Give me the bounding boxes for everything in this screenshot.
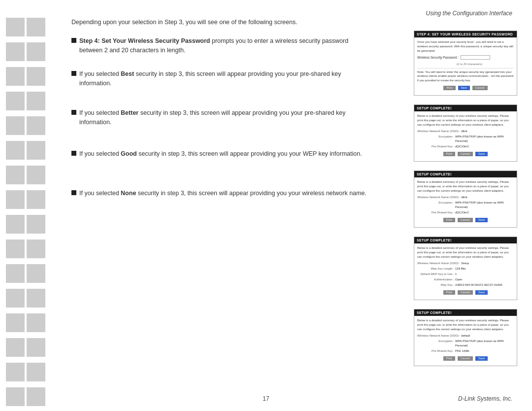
dialog-step4-input[interactable] — [461, 55, 490, 60]
dialog-none-print-button[interactable]: Print — [443, 356, 455, 361]
sidebar-sq — [27, 240, 45, 258]
bullet-square — [71, 71, 76, 76]
sidebar-sq — [27, 166, 45, 184]
dialog-step4-note: Note: You will need to enter the unique … — [417, 68, 514, 82]
dialog-none-buttons: Print Cancel Save — [417, 354, 514, 363]
good-bold: Good — [121, 150, 137, 157]
dialog-good-value-4: Open — [455, 277, 514, 282]
dialog-step4-text: Once you have selected your security lev… — [417, 40, 514, 53]
section-text-step4: Step 4: Set Your Wireless Security Passw… — [79, 36, 367, 56]
dialog-good-row-1: Wireless Network Name (SSID) : Setup — [417, 261, 514, 266]
dialog-step4-buttons: Prev Next Cancel — [417, 84, 514, 93]
dialog-none-label-1: Wireless Network Name (SSID) : — [417, 334, 460, 338]
sidebar-sq — [27, 190, 45, 209]
dialog-best-label-1: Wireless Network Name (SSID) : — [417, 129, 460, 134]
section-good: If you selected Good security in step 3,… — [71, 149, 367, 159]
sidebar-sq — [6, 215, 25, 234]
dialog-step4-field-label: Wireless Security Password : — [417, 55, 459, 60]
dialog-step4-header: STEP 4: SET YOUR WIRELESS SECURITY PASSW… — [414, 31, 517, 37]
sidebar-sq — [6, 141, 25, 160]
section-step4: Step 4: Set Your Wireless Security Passw… — [71, 36, 367, 56]
dialog-better-header: SETUP COMPLETE! — [414, 171, 517, 177]
sidebar-sq — [27, 313, 45, 332]
sidebar-sq — [6, 18, 25, 36]
dialog-good-label-2: Wep Key Length : — [417, 267, 454, 271]
sidebar-sq — [27, 289, 45, 308]
dialog-best-row-2: Encryption : WPA-PSK/TKIP (also known as… — [417, 135, 514, 143]
dialog-good-label-5: Wep Key : — [417, 283, 454, 287]
sidebar-sq — [27, 215, 45, 234]
dialog-best-cancel-button[interactable]: Cancel — [458, 152, 473, 156]
section-better: If you selected Better security in step … — [71, 108, 367, 128]
sidebar-sq — [6, 387, 25, 406]
right-panel: STEP 4: SET YOUR WIRELESS SECURITY PASSW… — [414, 31, 517, 366]
dialog-none-cancel-button[interactable]: Cancel — [458, 356, 473, 361]
dialog-better-row-1: Wireless Network Name (SSID) : dlink — [417, 195, 514, 200]
dialog-better-text: Below is a detailed summary of your wire… — [417, 180, 514, 193]
sidebar-sq — [27, 264, 45, 283]
dialog-good-print-button[interactable]: Print — [443, 290, 455, 295]
dialog-better-value-2: WPA-PSK/TKIP (also known as WPA Personal… — [455, 201, 514, 209]
dialog-best-value-1: dlink — [461, 129, 514, 134]
dialog-step4-hint: (2 to 20 characters) — [457, 62, 514, 67]
section-best: If you selected Best security in step 3,… — [71, 69, 367, 89]
page-header: Using the Configuration Interface — [426, 10, 512, 17]
better-bold: Better — [121, 109, 138, 116]
sidebar-sq — [27, 338, 45, 357]
dialog-step4-cancel-button[interactable]: Cancel — [472, 86, 488, 90]
bullet-best — [71, 70, 79, 77]
sidebar-sq — [27, 92, 45, 110]
dialog-good-cancel-button[interactable]: Cancel — [458, 290, 473, 295]
sidebar-sq — [27, 363, 45, 381]
dialog-step4-next-button[interactable]: Next — [458, 86, 470, 90]
dialog-step4-field-row: Wireless Security Password : — [417, 55, 514, 60]
sidebar-sq — [27, 116, 45, 135]
dialog-good-value-3: 1 — [455, 272, 514, 276]
dialog-none-row-3: Pre-Shared Key : PKE 1/b9b — [417, 349, 514, 353]
dialog-good-save-button[interactable]: Save — [475, 290, 488, 295]
sidebar-sq — [6, 166, 25, 184]
dialog-good-label-4: Authentication : — [417, 277, 454, 282]
dialog-best-save-button[interactable]: Save — [475, 152, 488, 156]
header-title: Using the Configuration Interface — [426, 10, 512, 17]
dialog-good: SETUP COMPLETE! Below is a detailed summ… — [414, 237, 517, 300]
main-content: Depending upon your selection in Step 3,… — [71, 19, 367, 212]
section-text-none: If you selected None security in step 3,… — [79, 189, 367, 198]
dialog-best-row-3: Pre-Shared Key : dQC23nrC — [417, 144, 514, 149]
intro-text: Depending upon your selection in Step 3,… — [71, 19, 367, 26]
dialog-none-body: Below is a detailed summary of your wire… — [414, 316, 517, 366]
dialog-good-value-2: 128 Bits — [455, 267, 514, 271]
sidebar-sq — [6, 240, 25, 258]
best-bold: Best — [121, 70, 134, 77]
sidebar-sq — [6, 67, 25, 86]
bullet-square — [71, 151, 76, 156]
page-number: 17 — [263, 395, 269, 402]
bullet-good — [71, 150, 79, 157]
sidebar-sq — [6, 92, 25, 110]
dialog-best-print-button[interactable]: Print — [443, 152, 455, 156]
dialog-better: SETUP COMPLETE! Below is a detailed summ… — [414, 171, 517, 228]
dialog-none-save-button[interactable]: Save — [475, 356, 488, 361]
sidebar-sq — [6, 42, 25, 61]
sidebar-sq — [27, 18, 45, 36]
dialog-better-buttons: Print Cancel Save — [417, 216, 514, 225]
dialog-none-label-2: Encryption : — [417, 339, 454, 343]
dialog-none-row-2: Encryption : WPA-PSK/TKIP (also known as… — [417, 339, 514, 348]
sidebar-sq — [27, 42, 45, 61]
dialog-best-row-1: Wireless Network Name (SSID) : dlink — [417, 129, 514, 134]
company-name: D-Link Systems, Inc. — [458, 395, 512, 402]
dialog-none-row-1: Wireless Network Name (SSID) : default — [417, 334, 514, 338]
dialog-better-print-button[interactable]: Print — [443, 218, 455, 222]
sidebar-sq — [27, 387, 45, 406]
sidebar-sq — [6, 313, 25, 332]
dialog-better-value-3: dQC23nrC — [455, 210, 514, 215]
step4-bold: Step 4: Set Your Wireless Security Passw… — [79, 37, 210, 44]
dialog-better-save-button[interactable]: Save — [475, 218, 488, 222]
dialog-none-text: Below is a detailed summary of your wire… — [417, 318, 514, 332]
dialog-best-label-2: Encryption : — [417, 135, 454, 139]
dialog-better-label-3: Pre-Shared Key : — [417, 210, 454, 215]
section-text-better: If you selected Better security in step … — [79, 108, 367, 128]
dialog-step4-prev-button[interactable]: Prev — [443, 86, 455, 90]
dialog-better-cancel-button[interactable]: Cancel — [458, 218, 473, 222]
dialog-good-row-3: Default WEP Key to Use : 1 — [417, 272, 514, 276]
